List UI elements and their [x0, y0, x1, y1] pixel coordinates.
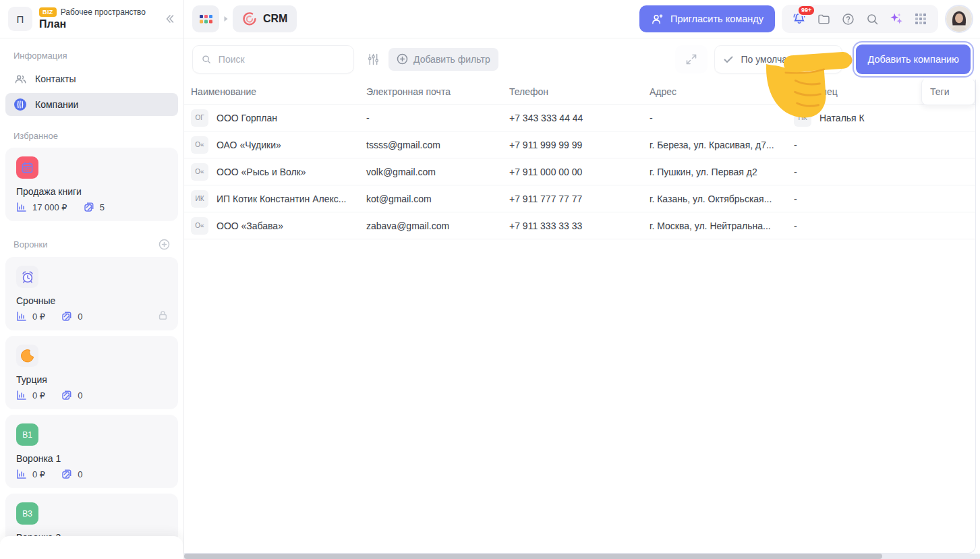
add-user-icon: [651, 13, 664, 26]
table-row[interactable]: О«ООО «Забава» zabava@gmail.com +7 911 3…: [184, 212, 975, 239]
funnel-count: 0: [78, 390, 82, 401]
company-name: ОАО «Чудики»: [217, 140, 291, 150]
table-row[interactable]: ОГООО Горплан - +7 343 333 44 44 - НКНат…: [184, 105, 975, 131]
apps-grid-icon[interactable]: [192, 5, 219, 32]
company-phone: +7 911 777 77 77: [509, 194, 650, 204]
add-company-label: Добавить компанию: [867, 54, 959, 65]
favorite-funnel-card[interactable]: Продажа книги 17 000 ₽ 5: [5, 148, 178, 221]
column-header-owner[interactable]: Владелец: [794, 86, 934, 97]
deals-count-icon: [84, 202, 94, 212]
owner-avatar: НК: [794, 109, 811, 127]
column-header-tags[interactable]: Теги: [921, 78, 975, 105]
contacts-icon: [13, 72, 27, 86]
company-email: kot@gmail.com: [366, 194, 509, 204]
tab-crm-label: CRM: [263, 13, 287, 25]
company-email: tssss@gmail.com: [366, 140, 509, 150]
funnel-card-urgent[interactable]: Срочные 0 ₽ 0: [5, 257, 178, 330]
company-avatar: ИК: [191, 190, 208, 208]
add-funnel-icon[interactable]: [158, 239, 170, 250]
section-info-label: Информация: [5, 51, 178, 61]
crm-app: П BIZ Рабочее пространство План Информац…: [0, 0, 980, 559]
topbar: CRM Пригласить команду 99+: [184, 0, 980, 38]
main-area: CRM Пригласить команду 99+: [184, 0, 980, 559]
topbar-icon-tray: 99+: [782, 5, 938, 33]
funnel-stats: 17 000 ₽ 5: [16, 202, 167, 212]
table-header: Наименование Электронная почта Телефон А…: [184, 80, 975, 105]
company-phone: +7 911 333 33 33: [509, 220, 650, 231]
calendar-icon: [16, 156, 38, 179]
company-owner: -: [794, 140, 934, 150]
funnel-card-1[interactable]: В1 Воронка 1 0 ₽ 0: [5, 415, 178, 488]
companies-table: Наименование Электронная почта Телефон А…: [184, 80, 976, 554]
crescent-moon-icon: [16, 345, 38, 367]
companies-icon: [13, 98, 27, 111]
section-favorites-label: Избранное: [5, 131, 178, 141]
breadcrumb-chevron-icon: [223, 16, 229, 22]
tab-crm[interactable]: CRM: [233, 5, 297, 32]
table-row[interactable]: О«ООО «Рысь и Волк» volk@gmail.com +7 91…: [184, 158, 975, 185]
column-header-email[interactable]: Электронная почта: [366, 86, 509, 97]
funnel-title: Воронка 1: [16, 453, 167, 464]
funnel-count: 0: [78, 469, 82, 479]
section-funnels-label: Воронки: [5, 239, 178, 250]
add-company-button[interactable]: Добавить компанию: [856, 45, 971, 74]
ai-sparkles-icon[interactable]: [884, 7, 909, 31]
company-address: г. Москва, ул. Нейтральна...: [650, 220, 794, 231]
user-avatar[interactable]: [945, 5, 973, 33]
company-email: volk@gmail.com: [366, 167, 509, 177]
search-input[interactable]: [219, 54, 345, 65]
table-row[interactable]: О«ОАО «Чудики» tssss@gmail.com +7 911 99…: [184, 131, 975, 158]
funnel-stats: 0 ₽ 0: [16, 469, 167, 479]
company-name: ООО «Забава»: [217, 220, 293, 231]
apps-dots-icon[interactable]: [909, 7, 933, 31]
sidebar-footer: [0, 536, 183, 559]
expand-view-icon[interactable]: [675, 45, 708, 73]
column-header-phone[interactable]: Телефон: [509, 86, 650, 97]
column-header-address[interactable]: Адрес: [650, 86, 794, 97]
workspace-label: Рабочее пространство: [61, 7, 146, 17]
company-email: -: [366, 113, 509, 123]
toolbar: Добавить фильтр По умолчанию Добавить ко…: [184, 38, 980, 80]
workspace-meta: BIZ Рабочее пространство План: [39, 7, 158, 30]
crm-logo-icon: [242, 11, 257, 26]
search-icon: [201, 53, 212, 65]
add-filter-label: Добавить фильтр: [413, 54, 490, 65]
help-icon[interactable]: [836, 7, 860, 31]
column-header-name[interactable]: Наименование: [191, 86, 366, 97]
filter-sliders-icon[interactable]: [368, 53, 379, 66]
search-icon[interactable]: [860, 7, 884, 31]
notifications-bell-icon[interactable]: 99+: [787, 7, 811, 31]
company-owner: Наталья К: [819, 113, 874, 123]
funnel-card-turkey[interactable]: Турция 0 ₽ 0: [5, 336, 178, 409]
funnel-title: Срочные: [16, 295, 167, 306]
view-dropdown[interactable]: По умолчанию: [714, 45, 842, 73]
deals-count-icon: [61, 390, 72, 401]
funnel-title: Турция: [16, 374, 167, 385]
invite-team-button[interactable]: Пригласить команду: [639, 5, 775, 32]
sidebar-item-companies[interactable]: Компании: [5, 93, 178, 116]
company-phone: +7 343 333 44 44: [509, 113, 650, 123]
lock-icon: [157, 310, 169, 321]
collapse-sidebar-icon[interactable]: [165, 13, 175, 24]
funnel-stats: 0 ₽ 0: [16, 390, 167, 401]
workspace-avatar[interactable]: П: [8, 7, 32, 31]
company-owner: -: [794, 194, 934, 204]
view-dropdown-value: По умолчанию: [741, 54, 805, 65]
search-box: [192, 45, 354, 73]
folder-icon[interactable]: [811, 7, 836, 31]
deals-count-icon: [61, 311, 72, 322]
add-filter-button[interactable]: Добавить фильтр: [388, 48, 498, 71]
plus-circle-icon: [397, 53, 408, 65]
sidebar-item-contacts[interactable]: Контакты: [5, 67, 178, 90]
company-address: г. Береза, ул. Красивая, д7...: [650, 140, 794, 150]
funnel-amount: 0 ₽: [32, 312, 45, 322]
alarm-clock-icon: [16, 266, 38, 288]
workspace-header: П BIZ Рабочее пространство План: [0, 0, 183, 38]
company-name: ООО «Рысь и Волк»: [217, 167, 316, 177]
funnel-badge: В1: [16, 423, 38, 446]
company-address: -: [650, 113, 794, 123]
funnel-amount: 0 ₽: [32, 390, 45, 401]
table-row[interactable]: ИКИП Котик Константин Алекс... kot@gmail…: [184, 185, 975, 212]
horizontal-scrollbar[interactable]: [184, 554, 980, 559]
scrollbar-thumb[interactable]: [184, 554, 882, 559]
